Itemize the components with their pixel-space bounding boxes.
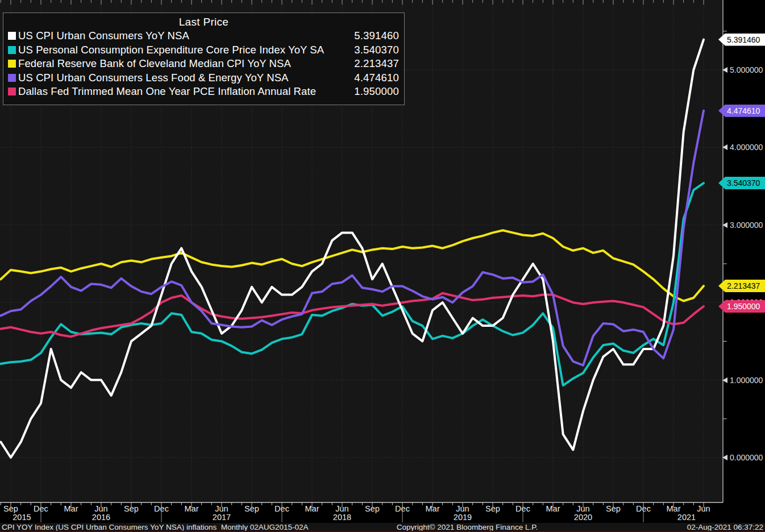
series-name: US CPI Urban Consumers Less Food & Energ…	[18, 72, 289, 84]
copyright-text: Copyright© 2021 Bloomberg Finance L.P.	[397, 523, 538, 531]
chart-legend[interactable]: Last Price US CPI Urban Consumers YoY NS…	[3, 13, 405, 105]
series-last-price: 2.213437	[351, 57, 399, 70]
series-last-price: 3.540370	[351, 44, 399, 56]
series-last-price: 4.474610	[351, 72, 399, 84]
legend-item[interactable]: Dallas Fed Trimmed Mean One Year PCE Inf…	[3, 85, 404, 99]
timestamp: 02-Aug-2021 06:37:22	[687, 523, 763, 531]
legend-title: Last Price	[3, 13, 404, 29]
legend-item[interactable]: US CPI Urban Consumers YoY NSA5.391460	[3, 29, 404, 43]
chart-description: CPI YOY Index (US CPI Urban Consumers Yo…	[2, 523, 309, 531]
series-color-swatch	[8, 32, 16, 40]
series-last-price: 5.391460	[351, 30, 399, 42]
legend-item[interactable]: US Personal Consumption Expenditure Core…	[3, 43, 404, 57]
series-color-swatch	[8, 60, 16, 68]
legend-item[interactable]: US CPI Urban Consumers Less Food & Energ…	[3, 71, 404, 85]
series-color-swatch	[8, 88, 16, 95]
series-name: US CPI Urban Consumers YoY NSA	[18, 30, 189, 42]
bloomberg-chart-window: 5.0000004.0000003.0000002.0000001.000000…	[0, 0, 765, 532]
legend-rows: US CPI Urban Consumers YoY NSA5.391460US…	[3, 29, 404, 99]
series-name: Dallas Fed Trimmed Mean One Year PCE Inf…	[18, 85, 316, 98]
legend-item[interactable]: Federal Reserve Bank of Cleveland Median…	[3, 57, 404, 71]
series-color-swatch	[8, 74, 16, 82]
series-color-swatch	[8, 46, 16, 54]
series-last-price: 1.950000	[351, 85, 399, 98]
series-name: Federal Reserve Bank of Cleveland Median…	[18, 57, 291, 70]
series-name: US Personal Consumption Expenditure Core…	[18, 44, 324, 56]
